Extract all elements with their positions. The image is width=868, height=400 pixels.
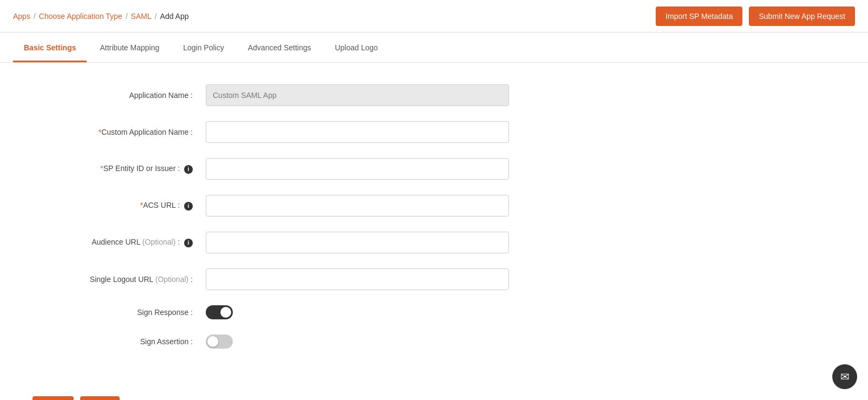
- tab-attribute-mapping[interactable]: Attribute Mapping: [89, 35, 170, 62]
- breadcrumb-saml[interactable]: SAML: [131, 12, 152, 21]
- label-acs-url: *ACS URL : i: [32, 201, 206, 211]
- input-audience-url[interactable]: [206, 232, 509, 253]
- label-application-name: Application Name :: [32, 91, 206, 100]
- bottom-actions: Save Next: [0, 385, 868, 400]
- toggle-sign-response-knob: [220, 307, 231, 318]
- save-button[interactable]: Save: [32, 396, 74, 400]
- breadcrumb: Apps / Choose Application Type / SAML / …: [13, 12, 189, 21]
- info-icon-audience-url[interactable]: i: [184, 239, 193, 247]
- tab-advanced-settings[interactable]: Advanced Settings: [237, 35, 322, 62]
- label-audience-url: Audience URL (Optional) : i: [32, 238, 206, 247]
- form-group-acs-url: *ACS URL : i: [32, 195, 836, 217]
- input-sp-entity-id[interactable]: [206, 158, 509, 180]
- label-custom-application-name: *Custom Application Name :: [32, 128, 206, 136]
- input-application-name[interactable]: [206, 84, 509, 106]
- header-actions: Import SP Metadata Submit New App Reques…: [656, 6, 855, 26]
- label-single-logout-url: Single Logout URL (Optional) :: [32, 275, 206, 284]
- breadcrumb-sep-3: /: [155, 12, 157, 21]
- tabs-container: Basic Settings Attribute Mapping Login P…: [0, 32, 868, 63]
- main-content: Application Name : *Custom Application N…: [0, 63, 868, 385]
- header: Apps / Choose Application Type / SAML / …: [0, 0, 868, 32]
- submit-new-app-request-button[interactable]: Submit New App Request: [749, 6, 855, 26]
- info-icon-acs-url[interactable]: i: [184, 202, 193, 211]
- tab-upload-logo[interactable]: Upload Logo: [324, 35, 388, 62]
- breadcrumb-sep-1: /: [34, 12, 36, 21]
- form-group-audience-url: Audience URL (Optional) : i: [32, 232, 836, 253]
- form-group-custom-application-name: *Custom Application Name :: [32, 121, 836, 143]
- chat-bubble[interactable]: ✉: [832, 364, 857, 389]
- breadcrumb-choose-app-type[interactable]: Choose Application Type: [39, 12, 122, 21]
- label-audience-url-text: Audience URL (Optional) :: [92, 238, 180, 246]
- breadcrumb-add-app: Add App: [160, 12, 189, 21]
- toggle-sign-response[interactable]: [206, 305, 233, 319]
- toggle-sign-assertion-knob: [207, 336, 218, 347]
- breadcrumb-apps[interactable]: Apps: [13, 12, 30, 21]
- input-acs-url[interactable]: [206, 195, 509, 217]
- toggle-sign-assertion-control[interactable]: [206, 335, 233, 349]
- form-group-sign-assertion: Sign Assertion :: [32, 335, 836, 349]
- import-sp-metadata-button[interactable]: Import SP Metadata: [656, 6, 742, 26]
- tab-login-policy[interactable]: Login Policy: [172, 35, 235, 62]
- input-single-logout-url[interactable]: [206, 268, 509, 290]
- label-sign-assertion: Sign Assertion :: [32, 337, 206, 346]
- toggle-sign-assertion[interactable]: [206, 335, 233, 349]
- label-sp-entity-id: *SP Entity ID or Issuer : i: [32, 164, 206, 174]
- form-group-application-name: Application Name :: [32, 84, 836, 106]
- toggle-sign-response-control[interactable]: [206, 305, 233, 319]
- chat-icon: ✉: [840, 370, 850, 383]
- form-group-sign-response: Sign Response :: [32, 305, 836, 319]
- form-group-single-logout-url: Single Logout URL (Optional) :: [32, 268, 836, 290]
- label-sign-response: Sign Response :: [32, 308, 206, 317]
- form-group-sp-entity-id: *SP Entity ID or Issuer : i: [32, 158, 836, 180]
- label-single-logout-url-text: Single Logout URL (Optional) :: [90, 275, 193, 284]
- tab-basic-settings[interactable]: Basic Settings: [13, 35, 87, 62]
- info-icon-sp-entity[interactable]: i: [184, 165, 193, 174]
- breadcrumb-sep-2: /: [126, 12, 128, 21]
- next-button[interactable]: Next: [80, 396, 120, 400]
- input-custom-application-name[interactable]: [206, 121, 509, 143]
